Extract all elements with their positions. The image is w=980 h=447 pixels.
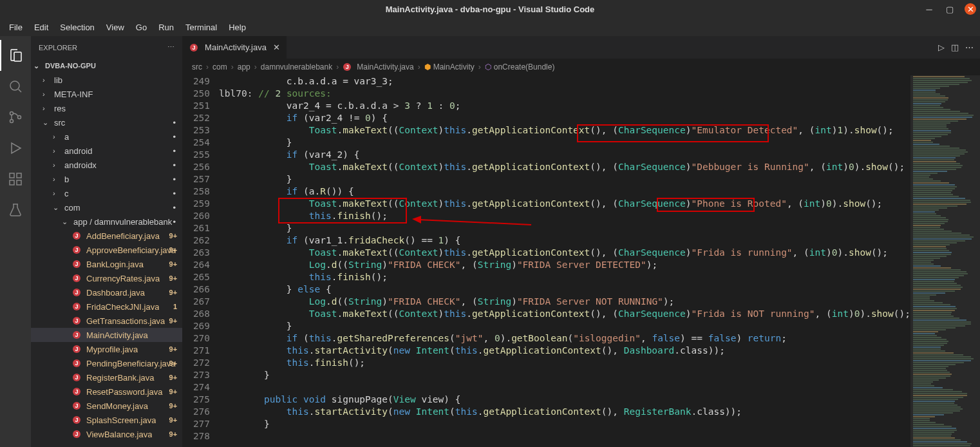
- java-file-icon: [72, 246, 81, 254]
- java-file-icon: [72, 260, 81, 268]
- file-row[interactable]: Myprofile.java9+: [31, 342, 182, 356]
- file-row[interactable]: RegisterBank.java9+: [31, 370, 182, 385]
- more-icon[interactable]: ⋯: [167, 43, 174, 52]
- file-tree: ›lib›META-INF›res⌄src•›a•›android•›andro…: [31, 73, 182, 441]
- tabs-row: MainActivity.java ✕ ▷ ◫ ⋯: [183, 36, 980, 59]
- search-icon[interactable]: [0, 71, 31, 102]
- java-file-icon: [72, 345, 81, 353]
- menu-view[interactable]: View: [101, 20, 129, 35]
- folder-row[interactable]: ›b•: [31, 172, 182, 186]
- titlebar: MainActivity.java - dvba-no-gpu - Visual…: [0, 0, 980, 18]
- run-icon[interactable]: ▷: [938, 43, 945, 52]
- java-file-icon: [72, 388, 81, 395]
- folder-row[interactable]: ›c•: [31, 186, 182, 200]
- close-icon[interactable]: ✕: [273, 43, 280, 52]
- project-name: DVBA-NO-GPU: [45, 62, 96, 70]
- folder-row[interactable]: ›androidx•: [31, 158, 182, 172]
- folder-row[interactable]: ›android•: [31, 144, 182, 158]
- svg-point-1: [10, 112, 14, 115]
- breadcrumb-item[interactable]: com: [212, 62, 227, 71]
- file-row[interactable]: ApproveBeneficiary.java9+: [31, 243, 182, 257]
- svg-rect-6: [17, 180, 21, 185]
- explorer-icon[interactable]: [0, 40, 31, 71]
- folder-row[interactable]: ⌄app / damnvulnerablebank•: [31, 214, 182, 229]
- more-actions-icon[interactable]: ⋯: [965, 43, 974, 52]
- file-row[interactable]: GetTransactions.java9+: [31, 314, 182, 328]
- menu-run[interactable]: Run: [153, 20, 179, 35]
- menubar: FileEditSelectionViewGoRunTerminalHelp: [0, 18, 980, 36]
- folder-row[interactable]: ›a•: [31, 129, 182, 144]
- folder-row[interactable]: ›META-INF: [31, 87, 182, 101]
- file-row[interactable]: FridaCheckJNI.java1: [31, 300, 182, 314]
- svg-rect-7: [17, 173, 21, 178]
- file-row[interactable]: BankLogin.java9+: [31, 257, 182, 271]
- java-file-icon: [72, 402, 81, 410]
- menu-help[interactable]: Help: [223, 20, 251, 35]
- menu-terminal[interactable]: Terminal: [180, 20, 222, 35]
- source-control-icon[interactable]: [0, 102, 31, 133]
- breadcrumb-item[interactable]: src: [192, 62, 202, 71]
- window-close[interactable]: ✕: [965, 3, 976, 15]
- folder-row[interactable]: ›lib: [31, 73, 182, 87]
- java-file-icon: [72, 317, 81, 325]
- breadcrumb-item[interactable]: MainActivity.java: [343, 62, 413, 71]
- folder-row[interactable]: ⌄com•: [31, 200, 182, 214]
- file-row[interactable]: PendingBeneficiary.java9+: [31, 356, 182, 370]
- window-minimize[interactable]: ─: [923, 3, 935, 15]
- java-file-icon: [72, 430, 81, 438]
- menu-selection[interactable]: Selection: [55, 20, 99, 35]
- java-file-icon: [189, 44, 198, 52]
- java-file-icon: [72, 274, 81, 282]
- project-header[interactable]: ⌄ DVBA-NO-GPU: [31, 59, 182, 73]
- split-editor-icon[interactable]: ◫: [951, 43, 959, 52]
- file-row[interactable]: AddBeneficiary.java9+: [31, 229, 182, 243]
- java-file-icon: [72, 232, 81, 240]
- file-row[interactable]: CurrencyRates.java9+: [31, 271, 182, 285]
- java-file-icon: [72, 303, 81, 310]
- folder-row[interactable]: ⌄src•: [31, 115, 182, 129]
- java-file-icon: [72, 289, 81, 296]
- breadcrumb-item[interactable]: ⬡ onCreate(Bundle): [485, 62, 555, 71]
- svg-rect-4: [10, 173, 14, 178]
- file-row[interactable]: Dashboard.java9+: [31, 285, 182, 300]
- extensions-icon[interactable]: [0, 164, 31, 195]
- window-title: MainActivity.java - dvba-no-gpu - Visual…: [386, 5, 595, 14]
- java-file-icon: [72, 331, 81, 339]
- menu-edit[interactable]: Edit: [29, 20, 53, 35]
- tab-label: MainActivity.java: [205, 43, 267, 52]
- breadcrumb-item[interactable]: app: [238, 62, 250, 71]
- explorer-title: EXPLORER: [39, 44, 77, 52]
- code-content[interactable]: c.b.a.d.a = var3_3;lbl70: // 2 sources: …: [219, 75, 910, 447]
- minimap[interactable]: [910, 75, 980, 447]
- breadcrumbs[interactable]: src›com›app›damnvulnerablebank›MainActiv…: [183, 59, 980, 75]
- svg-rect-5: [10, 180, 14, 185]
- testing-icon[interactable]: [0, 195, 31, 225]
- line-gutter: 2492502512522532542552562572582592602612…: [183, 75, 219, 447]
- explorer-sidebar: EXPLORER ⋯ ⌄ DVBA-NO-GPU ›lib›META-INF›r…: [31, 36, 183, 447]
- java-file-icon: [72, 416, 81, 424]
- tab-mainactivity[interactable]: MainActivity.java ✕: [183, 36, 287, 59]
- editor-actions: ▷ ◫ ⋯: [938, 36, 980, 59]
- annotation-arrow: [412, 216, 534, 228]
- svg-line-8: [419, 220, 531, 225]
- file-row[interactable]: ResetPassword.java9+: [31, 385, 182, 399]
- code-area[interactable]: 2492502512522532542552562572582592602612…: [183, 75, 980, 447]
- menu-go[interactable]: Go: [131, 20, 152, 35]
- java-file-icon: [72, 374, 81, 381]
- run-debug-icon[interactable]: [0, 133, 31, 164]
- svg-marker-9: [412, 216, 421, 224]
- menu-file[interactable]: File: [4, 20, 28, 35]
- file-row[interactable]: SendMoney.java9+: [31, 399, 182, 413]
- editor-area: MainActivity.java ✕ ▷ ◫ ⋯ src›com›app›da…: [183, 36, 980, 447]
- window-controls: ─ ▢ ✕: [923, 3, 976, 15]
- folder-row[interactable]: ›res: [31, 101, 182, 115]
- file-row[interactable]: ViewBalance.java9+: [31, 427, 182, 441]
- breadcrumb-item[interactable]: ⬢ MainActivity: [424, 62, 475, 71]
- file-row[interactable]: SplashScreen.java9+: [31, 413, 182, 427]
- svg-point-3: [18, 116, 21, 119]
- svg-point-0: [10, 81, 19, 90]
- breadcrumb-item[interactable]: damnvulnerablebank: [261, 62, 332, 71]
- window-maximize[interactable]: ▢: [944, 3, 956, 15]
- explorer-header: EXPLORER ⋯: [31, 36, 182, 59]
- file-row[interactable]: MainActivity.java: [31, 328, 182, 342]
